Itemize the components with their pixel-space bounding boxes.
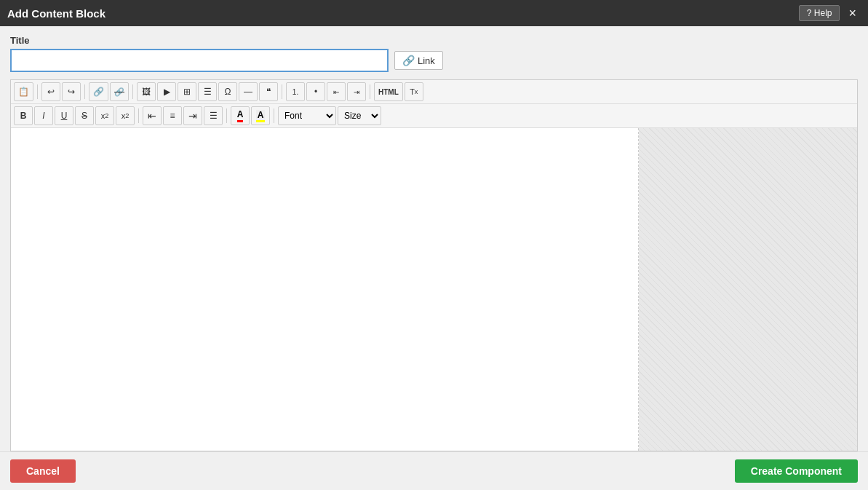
link-button[interactable]: 🔗 Link [394, 51, 443, 70]
strikethrough-button[interactable]: S [75, 106, 94, 125]
superscript-button[interactable]: x2 [116, 106, 135, 125]
horizontal-rule-button[interactable]: — [239, 82, 258, 101]
insert-table-button[interactable]: ⊞ [178, 82, 196, 101]
font-color-icon: A [237, 109, 244, 122]
undo-button[interactable]: ↩ [41, 82, 60, 101]
separator5 [370, 84, 370, 99]
separator8 [274, 108, 274, 123]
title-bar: Add Content Block ? Help × [0, 0, 868, 26]
separator2 [84, 84, 85, 99]
clear-format-button[interactable]: Tx [405, 82, 423, 101]
align-right-button[interactable]: ⇥ [183, 106, 202, 125]
blockquote-button[interactable]: ❝ [259, 82, 278, 101]
insert-link-button[interactable]: 🔗 [89, 82, 108, 101]
title-section: Title 🔗 Link [10, 35, 858, 72]
title-input-row: 🔗 Link [10, 49, 858, 72]
bold-button[interactable]: B [14, 106, 33, 125]
close-button[interactable]: × [844, 5, 861, 21]
link-icon: 🔗 [402, 55, 415, 66]
remove-link-button[interactable]: 🔗 [110, 82, 129, 101]
align-justify-button[interactable]: ☰ [204, 106, 223, 125]
indent-button[interactable]: ⇥ [347, 82, 366, 101]
underline-button[interactable]: U [55, 106, 73, 125]
separator1 [37, 84, 38, 99]
dialog: Add Content Block ? Help × Title 🔗 Link … [0, 0, 868, 490]
editor-sidebar-panel [639, 128, 857, 451]
title-bar-actions: ? Help × [799, 5, 861, 21]
dialog-footer: Cancel Create Component [0, 451, 868, 490]
editor-split [11, 128, 857, 451]
outdent-button[interactable]: ⇤ [327, 82, 346, 101]
insert-image-button[interactable]: 🖼 [137, 82, 156, 101]
title-label: Title [10, 35, 858, 46]
separator4 [282, 84, 282, 99]
cancel-button[interactable]: Cancel [10, 459, 76, 483]
insert-video-button[interactable]: ▶ [157, 82, 176, 101]
title-input[interactable] [10, 49, 389, 72]
ordered-list-button[interactable]: 1. [286, 82, 305, 101]
separator6 [138, 108, 139, 123]
subscript-button[interactable]: x2 [95, 106, 114, 125]
link-button-label: Link [418, 55, 435, 66]
align-button[interactable]: ☰ [198, 82, 217, 101]
paste-plain-button[interactable]: 📋 [14, 82, 33, 101]
background-color-button[interactable]: A [251, 106, 270, 125]
create-component-button[interactable]: Create Component [735, 459, 858, 483]
help-button[interactable]: ? Help [799, 5, 840, 21]
special-char-button[interactable]: Ω [218, 82, 237, 101]
bg-color-icon: A [256, 110, 266, 122]
font-select[interactable]: Font Arial Times New Roman Courier New G… [278, 106, 336, 125]
unordered-list-button[interactable]: • [306, 82, 325, 101]
align-center-button[interactable]: ≡ [163, 106, 182, 125]
font-color-button[interactable]: A [231, 106, 250, 125]
separator7 [226, 108, 227, 123]
dialog-title: Add Content Block [7, 7, 105, 20]
toolbar-row2: B I U S x2 x2 ⇤ ≡ ⇥ ☰ A A [11, 104, 857, 128]
separator3 [132, 84, 133, 99]
size-select[interactable]: Size 8 9 10 11 12 14 18 24 36 [338, 106, 381, 125]
editor-container: 📋 ↩ ↪ 🔗 🔗 🖼 ▶ ⊞ ☰ Ω — ❝ 1. • ⇤ ⇥ [10, 79, 858, 451]
redo-button[interactable]: ↪ [62, 82, 81, 101]
italic-button[interactable]: I [34, 106, 53, 125]
align-left-button[interactable]: ⇤ [143, 106, 162, 125]
dialog-body: Title 🔗 Link 📋 ↩ ↪ 🔗 🔗 🖼 [0, 26, 868, 451]
html-source-button[interactable]: HTML [374, 82, 403, 101]
toolbar-row1: 📋 ↩ ↪ 🔗 🔗 🖼 ▶ ⊞ ☰ Ω — ❝ 1. • ⇤ ⇥ [11, 80, 857, 104]
editor-content-area[interactable] [11, 128, 639, 451]
